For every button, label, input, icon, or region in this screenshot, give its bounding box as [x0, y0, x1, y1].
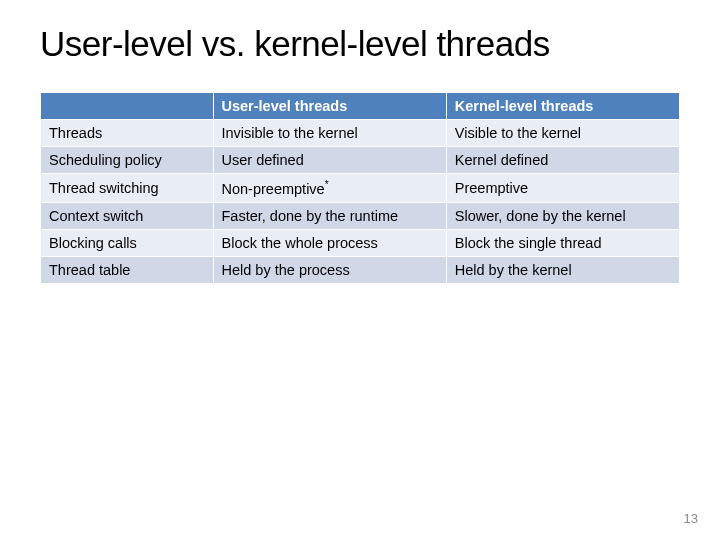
row-label: Blocking calls	[41, 229, 214, 256]
row-label: Thread switching	[41, 174, 214, 203]
table-header-blank	[41, 93, 214, 120]
table-row: Context switch Faster, done by the runti…	[41, 202, 680, 229]
comparison-table: User-level threads Kernel-level threads …	[40, 92, 680, 284]
cell-user: Held by the process	[213, 256, 446, 283]
table-row: Thread table Held by the process Held by…	[41, 256, 680, 283]
table-header-row: User-level threads Kernel-level threads	[41, 93, 680, 120]
row-label: Threads	[41, 120, 214, 147]
table-row: Blocking calls Block the whole process B…	[41, 229, 680, 256]
table-row: Thread switching Non-preemptive* Preempt…	[41, 174, 680, 203]
cell-kernel: Held by the kernel	[446, 256, 679, 283]
cell-user: Non-preemptive*	[213, 174, 446, 203]
row-label: Thread table	[41, 256, 214, 283]
row-label: Scheduling policy	[41, 147, 214, 174]
cell-kernel: Block the single thread	[446, 229, 679, 256]
row-label: Context switch	[41, 202, 214, 229]
table-row: Scheduling policy User defined Kernel de…	[41, 147, 680, 174]
slide: User-level vs. kernel-level threads User…	[0, 0, 720, 284]
cell-user: Faster, done by the runtime	[213, 202, 446, 229]
page-number: 13	[684, 511, 698, 526]
cell-user: Block the whole process	[213, 229, 446, 256]
table-row: Threads Invisible to the kernel Visible …	[41, 120, 680, 147]
page-title: User-level vs. kernel-level threads	[40, 24, 680, 64]
table-header-kernel: Kernel-level threads	[446, 93, 679, 120]
cell-kernel: Visible to the kernel	[446, 120, 679, 147]
cell-kernel: Kernel defined	[446, 147, 679, 174]
table-header-user: User-level threads	[213, 93, 446, 120]
cell-user: User defined	[213, 147, 446, 174]
cell-kernel: Preemptive	[446, 174, 679, 203]
cell-kernel: Slower, done by the kernel	[446, 202, 679, 229]
cell-user: Invisible to the kernel	[213, 120, 446, 147]
